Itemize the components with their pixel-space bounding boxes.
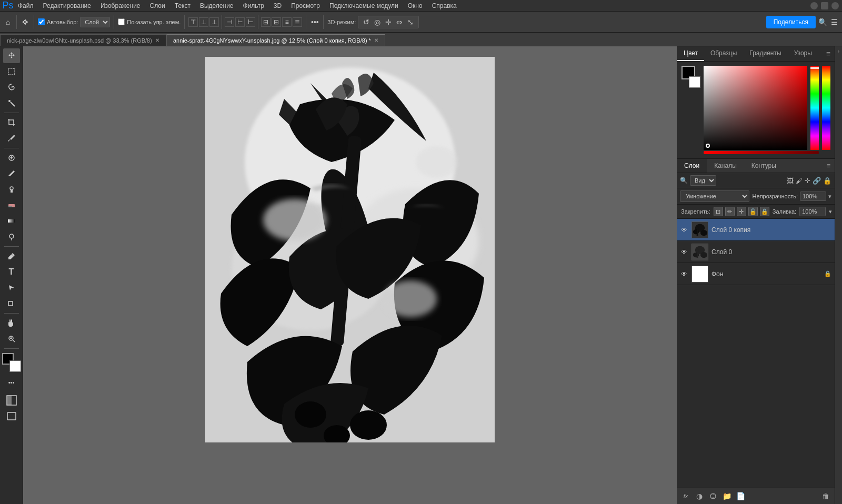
lock-position-paint[interactable]: ✏ bbox=[725, 207, 735, 216]
tool-shapes[interactable] bbox=[3, 296, 20, 311]
layer-eye-0[interactable]: 👁 bbox=[680, 248, 688, 256]
auto-select-dropdown[interactable]: Слой bbox=[80, 17, 110, 27]
auto-select-checkbox[interactable] bbox=[38, 18, 45, 25]
menu-edit[interactable]: Редактирование bbox=[39, 1, 95, 11]
distribute-h[interactable]: ⊟ bbox=[261, 17, 270, 27]
layer-eye-bg[interactable]: 👁 bbox=[680, 270, 688, 278]
layer-group-btn[interactable]: 📁 bbox=[721, 490, 733, 502]
menu-layers[interactable]: Слои bbox=[146, 1, 169, 11]
align-bottom[interactable]: ⊥ bbox=[209, 17, 219, 27]
tool-gradient[interactable] bbox=[3, 214, 20, 228]
red-slider[interactable] bbox=[704, 151, 819, 154]
layers-icon-move[interactable]: ✛ bbox=[805, 177, 810, 185]
align-h-center[interactable]: ⊢ bbox=[235, 17, 245, 27]
tool-move[interactable] bbox=[3, 48, 20, 63]
color-tab[interactable]: Цвет bbox=[677, 46, 704, 61]
distribute-v[interactable]: ⊟ bbox=[272, 17, 281, 27]
layer-mask-btn[interactable]: ◑ bbox=[694, 490, 705, 502]
menu-plugins[interactable]: Подключаемые модули bbox=[325, 1, 403, 11]
menu-view[interactable]: Просмотр bbox=[287, 1, 324, 11]
3d-slide[interactable]: ⇔ bbox=[395, 17, 404, 27]
tool-crop[interactable] bbox=[3, 115, 20, 130]
tool-zoom[interactable] bbox=[3, 331, 20, 346]
layer-fx-btn[interactable]: fx bbox=[680, 490, 691, 502]
layers-filter-dropdown[interactable]: Вид bbox=[690, 175, 716, 186]
menu-file[interactable]: Файл bbox=[14, 1, 38, 11]
layers-icon-link[interactable]: 🔗 bbox=[813, 177, 821, 185]
3d-rotate[interactable]: ↺ bbox=[362, 17, 371, 27]
layers-icon-photo[interactable]: 🖼 bbox=[787, 177, 794, 185]
lock-artboard[interactable]: ✛ bbox=[737, 207, 746, 216]
tool-eraser[interactable] bbox=[3, 198, 20, 213]
menu-filter[interactable]: Фильтр bbox=[239, 1, 268, 11]
color-saturation-gradient[interactable] bbox=[704, 66, 807, 150]
tab-annie-close[interactable]: ✕ bbox=[374, 37, 378, 43]
tool-lasso[interactable] bbox=[3, 80, 20, 95]
opacity-input[interactable] bbox=[800, 191, 826, 201]
tool-brush[interactable] bbox=[3, 166, 20, 181]
align-left[interactable]: ⊣ bbox=[225, 17, 234, 27]
tool-rect-select[interactable] bbox=[3, 64, 20, 79]
layer-eye-0-copy[interactable]: 👁 bbox=[680, 226, 688, 234]
tool-magic-wand[interactable] bbox=[3, 96, 20, 110]
fill-arrow[interactable]: ▾ bbox=[829, 208, 832, 215]
tool-heal[interactable] bbox=[3, 150, 20, 165]
layer-delete-btn[interactable]: 🗑 bbox=[820, 490, 831, 502]
tab-nick-close[interactable]: ✕ bbox=[155, 37, 159, 43]
distribute-3[interactable]: ≡ bbox=[282, 17, 292, 27]
tool-text[interactable]: T bbox=[3, 265, 20, 279]
tool-eyedropper[interactable] bbox=[3, 131, 20, 146]
panel-collapse-handle[interactable]: › bbox=[835, 46, 842, 504]
blend-mode-dropdown[interactable]: Умножение bbox=[680, 190, 749, 202]
tool-extra[interactable]: ••• bbox=[3, 375, 20, 390]
layers-icon-lock[interactable]: 🔒 bbox=[823, 177, 831, 185]
align-top[interactable]: ⊤ bbox=[188, 17, 198, 27]
layer-item-bg[interactable]: 👁 Фон 🔒 bbox=[677, 263, 835, 285]
patterns-tab[interactable]: Узоры bbox=[788, 46, 818, 61]
lock-all-off[interactable]: 🔓 bbox=[748, 207, 758, 216]
screen-mode[interactable] bbox=[3, 409, 20, 424]
search-button[interactable]: 🔍 bbox=[818, 17, 827, 27]
layer-adjustment-btn[interactable] bbox=[707, 490, 719, 502]
lock-all-on[interactable]: 🔒 bbox=[760, 207, 769, 216]
opacity-arrow[interactable]: ▾ bbox=[828, 193, 831, 200]
tool-pen[interactable] bbox=[3, 249, 20, 264]
more-options-icon[interactable]: ••• bbox=[310, 17, 319, 27]
color-panel-options[interactable]: ≡ bbox=[822, 46, 835, 61]
foreground-color[interactable] bbox=[2, 353, 21, 372]
home-icon[interactable]: ⌂ bbox=[3, 17, 13, 27]
panel-toggle[interactable]: ☰ bbox=[829, 17, 839, 27]
3d-pan[interactable]: ✛ bbox=[384, 17, 393, 27]
align-right[interactable]: ⊢ bbox=[246, 17, 255, 27]
window-minimize[interactable] bbox=[810, 2, 818, 9]
gradients-tab[interactable]: Градиенты bbox=[743, 46, 787, 61]
layers-icon-brush[interactable]: 🖌 bbox=[796, 177, 803, 185]
channels-tab[interactable]: Каналы bbox=[707, 159, 744, 173]
tab-annie[interactable]: annie-spratt-4G0gNYswwxY-unsplash.jpg @ … bbox=[166, 34, 385, 46]
tab-nick[interactable]: nick-page-zlw0owIGNtc-unsplash.psd @ 33,… bbox=[0, 34, 166, 46]
swatches-tab[interactable]: Образцы bbox=[704, 46, 743, 61]
fill-input[interactable] bbox=[799, 207, 826, 216]
tool-path-select[interactable] bbox=[3, 280, 20, 295]
share-button[interactable]: Поделиться bbox=[766, 16, 816, 28]
background-swatch[interactable] bbox=[9, 360, 21, 372]
3d-orbit[interactable]: ◎ bbox=[373, 17, 382, 27]
layers-tab[interactable]: Слои bbox=[677, 159, 707, 173]
paths-tab[interactable]: Контуры bbox=[744, 159, 784, 173]
lock-pixels[interactable]: ⊡ bbox=[714, 207, 723, 216]
show-transform-checkbox[interactable] bbox=[118, 18, 125, 25]
3d-scale[interactable]: ⤡ bbox=[406, 17, 415, 27]
color-hue-strip[interactable] bbox=[822, 66, 830, 150]
tool-hand[interactable] bbox=[3, 316, 20, 330]
menu-select[interactable]: Выделение bbox=[196, 1, 238, 11]
menu-text[interactable]: Текст bbox=[171, 1, 195, 11]
layer-item-0-copy[interactable]: 👁 Слой 0 копия bbox=[677, 219, 835, 241]
layer-item-0[interactable]: 👁 Слой 0 bbox=[677, 241, 835, 263]
menu-3d[interactable]: 3D bbox=[269, 1, 286, 11]
quick-mask[interactable] bbox=[3, 393, 20, 408]
layers-options-btn[interactable]: ≡ bbox=[823, 159, 835, 173]
tool-stamp[interactable] bbox=[3, 182, 20, 197]
menu-image[interactable]: Изображение bbox=[96, 1, 145, 11]
menu-window[interactable]: Окно bbox=[404, 1, 427, 11]
align-v-center[interactable]: ⊥ bbox=[199, 17, 208, 27]
